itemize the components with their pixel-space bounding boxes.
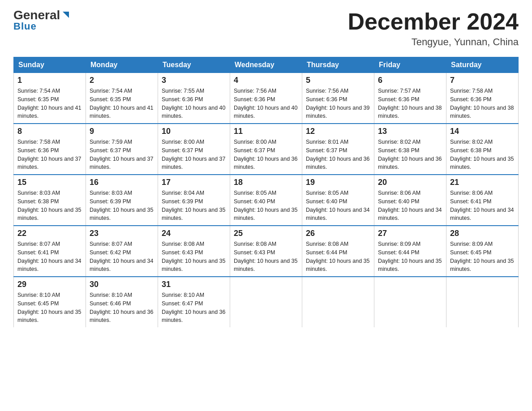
day-number: 28 [450, 229, 515, 238]
calendar-cell: 21 Sunrise: 8:06 AMSunset: 6:41 PMDaylig… [446, 175, 519, 226]
day-info: Sunrise: 7:59 AMSunset: 6:37 PMDaylight:… [90, 139, 153, 170]
title-block: December 2024 Tengyue, Yunnan, China [348, 9, 519, 48]
week-row-4: 22 Sunrise: 8:07 AMSunset: 6:41 PMDaylig… [14, 226, 519, 277]
day-number: 5 [306, 76, 370, 85]
day-info: Sunrise: 8:02 AMSunset: 6:38 PMDaylight:… [378, 139, 442, 170]
calendar-cell [374, 277, 446, 327]
day-number: 29 [17, 280, 82, 289]
calendar-cell: 8 Sunrise: 7:58 AMSunset: 6:36 PMDayligh… [14, 124, 86, 175]
col-header-friday: Friday [374, 57, 446, 73]
day-number: 30 [90, 280, 154, 289]
calendar-cell: 9 Sunrise: 7:59 AMSunset: 6:37 PMDayligh… [86, 124, 158, 175]
calendar-cell: 3 Sunrise: 7:55 AMSunset: 6:36 PMDayligh… [158, 73, 230, 124]
calendar-cell [446, 277, 519, 327]
day-number: 7 [450, 76, 515, 85]
page-header: General Blue December 2024 Tengyue, Yunn… [13, 9, 519, 48]
day-number: 15 [17, 178, 82, 187]
day-number: 17 [162, 178, 226, 187]
calendar-cell: 26 Sunrise: 8:08 AMSunset: 6:44 PMDaylig… [302, 226, 374, 277]
week-row-3: 15 Sunrise: 8:03 AMSunset: 6:38 PMDaylig… [14, 175, 519, 226]
day-number: 16 [90, 178, 154, 187]
day-info: Sunrise: 8:05 AMSunset: 6:40 PMDaylight:… [306, 190, 369, 221]
day-info: Sunrise: 8:10 AMSunset: 6:47 PMDaylight:… [162, 292, 225, 323]
calendar-cell [302, 277, 374, 327]
day-info: Sunrise: 8:02 AMSunset: 6:38 PMDaylight:… [450, 139, 514, 170]
day-number: 23 [90, 229, 154, 238]
day-info: Sunrise: 8:03 AMSunset: 6:38 PMDaylight:… [17, 190, 81, 221]
calendar-cell: 29 Sunrise: 8:10 AMSunset: 6:45 PMDaylig… [14, 277, 86, 327]
day-info: Sunrise: 8:09 AMSunset: 6:44 PMDaylight:… [378, 241, 442, 272]
day-number: 2 [90, 76, 154, 85]
day-info: Sunrise: 8:04 AMSunset: 6:39 PMDaylight:… [162, 190, 225, 221]
logo: General Blue [13, 9, 71, 32]
calendar-cell: 28 Sunrise: 8:09 AMSunset: 6:45 PMDaylig… [446, 226, 519, 277]
day-number: 24 [162, 229, 226, 238]
day-number: 25 [234, 229, 298, 238]
day-number: 26 [306, 229, 370, 238]
day-number: 6 [378, 76, 442, 85]
calendar-cell: 2 Sunrise: 7:54 AMSunset: 6:35 PMDayligh… [86, 73, 158, 124]
calendar-cell: 10 Sunrise: 8:00 AMSunset: 6:37 PMDaylig… [158, 124, 230, 175]
day-number: 19 [306, 178, 370, 187]
calendar-cell: 15 Sunrise: 8:03 AMSunset: 6:38 PMDaylig… [14, 175, 86, 226]
day-info: Sunrise: 7:56 AMSunset: 6:36 PMDaylight:… [234, 88, 297, 119]
col-header-thursday: Thursday [302, 57, 374, 73]
col-header-wednesday: Wednesday [230, 57, 302, 73]
calendar-cell: 4 Sunrise: 7:56 AMSunset: 6:36 PMDayligh… [230, 73, 302, 124]
calendar-cell: 11 Sunrise: 8:00 AMSunset: 6:37 PMDaylig… [230, 124, 302, 175]
calendar-cell: 20 Sunrise: 8:06 AMSunset: 6:40 PMDaylig… [374, 175, 446, 226]
day-number: 18 [234, 178, 298, 187]
day-number: 1 [17, 76, 82, 85]
calendar-cell: 30 Sunrise: 8:10 AMSunset: 6:46 PMDaylig… [86, 277, 158, 327]
logo-arrow-icon [61, 10, 71, 20]
week-row-2: 8 Sunrise: 7:58 AMSunset: 6:36 PMDayligh… [14, 124, 519, 175]
day-number: 20 [378, 178, 442, 187]
day-info: Sunrise: 8:05 AMSunset: 6:40 PMDaylight:… [234, 190, 297, 221]
calendar-cell: 22 Sunrise: 8:07 AMSunset: 6:41 PMDaylig… [14, 226, 86, 277]
calendar-cell [230, 277, 302, 327]
calendar-cell: 19 Sunrise: 8:05 AMSunset: 6:40 PMDaylig… [302, 175, 374, 226]
calendar-cell: 7 Sunrise: 7:58 AMSunset: 6:36 PMDayligh… [446, 73, 519, 124]
svg-marker-0 [63, 12, 69, 18]
calendar-cell: 24 Sunrise: 8:08 AMSunset: 6:43 PMDaylig… [158, 226, 230, 277]
col-header-monday: Monday [86, 57, 158, 73]
day-info: Sunrise: 8:08 AMSunset: 6:44 PMDaylight:… [306, 241, 369, 272]
day-info: Sunrise: 7:58 AMSunset: 6:36 PMDaylight:… [17, 139, 81, 170]
day-number: 4 [234, 76, 298, 85]
calendar-cell: 27 Sunrise: 8:09 AMSunset: 6:44 PMDaylig… [374, 226, 446, 277]
calendar-header-row: SundayMondayTuesdayWednesdayThursdayFrid… [14, 57, 519, 73]
calendar-body: 1 Sunrise: 7:54 AMSunset: 6:35 PMDayligh… [14, 73, 519, 328]
logo-blue: Blue [13, 21, 37, 32]
col-header-sunday: Sunday [14, 57, 86, 73]
logo-general: General [13, 9, 60, 21]
calendar-cell: 5 Sunrise: 7:56 AMSunset: 6:36 PMDayligh… [302, 73, 374, 124]
day-number: 10 [162, 127, 226, 136]
day-info: Sunrise: 8:00 AMSunset: 6:37 PMDaylight:… [234, 139, 297, 170]
day-number: 12 [306, 127, 370, 136]
calendar-cell: 1 Sunrise: 7:54 AMSunset: 6:35 PMDayligh… [14, 73, 86, 124]
calendar-cell: 13 Sunrise: 8:02 AMSunset: 6:38 PMDaylig… [374, 124, 446, 175]
calendar-cell: 18 Sunrise: 8:05 AMSunset: 6:40 PMDaylig… [230, 175, 302, 226]
day-info: Sunrise: 7:54 AMSunset: 6:35 PMDaylight:… [17, 88, 81, 119]
calendar-cell: 17 Sunrise: 8:04 AMSunset: 6:39 PMDaylig… [158, 175, 230, 226]
day-number: 8 [17, 127, 82, 136]
day-info: Sunrise: 7:54 AMSunset: 6:35 PMDaylight:… [90, 88, 153, 119]
day-info: Sunrise: 8:08 AMSunset: 6:43 PMDaylight:… [234, 241, 297, 272]
day-info: Sunrise: 8:07 AMSunset: 6:42 PMDaylight:… [90, 241, 153, 272]
day-info: Sunrise: 8:01 AMSunset: 6:37 PMDaylight:… [306, 139, 369, 170]
day-number: 3 [162, 76, 226, 85]
calendar-table: SundayMondayTuesdayWednesdayThursdayFrid… [13, 57, 519, 327]
col-header-tuesday: Tuesday [158, 57, 230, 73]
calendar-cell: 6 Sunrise: 7:57 AMSunset: 6:36 PMDayligh… [374, 73, 446, 124]
day-number: 11 [234, 127, 298, 136]
day-info: Sunrise: 8:10 AMSunset: 6:46 PMDaylight:… [90, 292, 153, 323]
day-info: Sunrise: 7:57 AMSunset: 6:36 PMDaylight:… [378, 88, 442, 119]
day-info: Sunrise: 8:06 AMSunset: 6:41 PMDaylight:… [450, 190, 514, 221]
calendar-cell: 31 Sunrise: 8:10 AMSunset: 6:47 PMDaylig… [158, 277, 230, 327]
month-title: December 2024 [348, 9, 519, 34]
day-number: 13 [378, 127, 442, 136]
day-info: Sunrise: 8:03 AMSunset: 6:39 PMDaylight:… [90, 190, 153, 221]
day-number: 9 [90, 127, 154, 136]
day-number: 27 [378, 229, 442, 238]
day-info: Sunrise: 8:07 AMSunset: 6:41 PMDaylight:… [17, 241, 81, 272]
